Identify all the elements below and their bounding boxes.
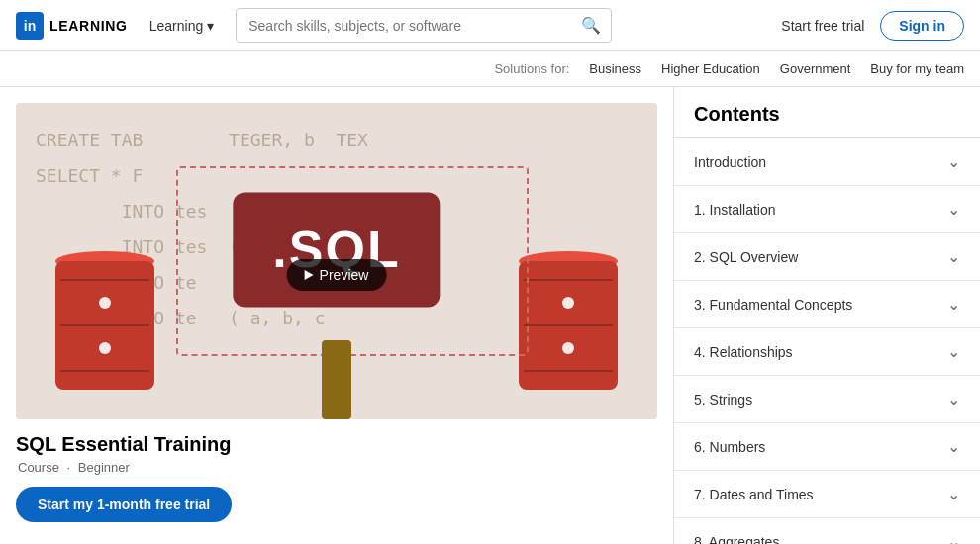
hand-illustration xyxy=(322,340,351,419)
preview-label: Preview xyxy=(320,267,369,283)
buy-for-team-link[interactable]: Buy for my team xyxy=(870,61,964,76)
contents-item-label: 7. Dates and Times xyxy=(694,487,814,502)
search-icon: 🔍 xyxy=(581,17,601,34)
sign-in-button[interactable]: Sign in xyxy=(880,11,964,41)
preview-button[interactable]: Preview xyxy=(287,259,387,291)
right-panel: Contents Introduction⌄1. Installation⌄2.… xyxy=(673,87,980,544)
contents-item-label: 3. Fundamental Concepts xyxy=(694,297,852,313)
chevron-icon: ⌄ xyxy=(947,437,960,456)
contents-item[interactable]: 2. SQL Overview⌄ xyxy=(674,233,980,281)
course-type: Course xyxy=(18,460,59,475)
barrel-left xyxy=(55,251,154,380)
contents-item-label: Introduction xyxy=(694,154,766,170)
course-image: CREATE TAB TEGER, b TEX SELECT * F INTO … xyxy=(16,103,657,419)
contents-item-label: 8. Aggregates xyxy=(694,534,779,545)
meta-separator: · xyxy=(67,460,74,475)
arm xyxy=(322,340,351,419)
start-free-trial-button[interactable]: Start free trial xyxy=(781,18,864,34)
sub-nav: Solutions for: Business Higher Education… xyxy=(0,51,980,87)
linkedin-logo: in xyxy=(16,12,44,40)
play-icon xyxy=(305,270,314,280)
contents-item-label: 5. Strings xyxy=(694,392,752,408)
course-meta: Course · Beginner xyxy=(16,460,657,475)
main-content: CREATE TAB TEGER, b TEX SELECT * F INTO … xyxy=(0,87,980,544)
course-title: SQL Essential Training xyxy=(16,433,657,456)
header: in LEARNING Learning ▾ 🔍 Start free tria… xyxy=(0,0,980,87)
left-panel: CREATE TAB TEGER, b TEX SELECT * F INTO … xyxy=(0,87,673,544)
header-right: Start free trial Sign in xyxy=(781,11,964,41)
nav-dropdown-label: Learning xyxy=(149,18,204,34)
contents-item-label: 2. SQL Overview xyxy=(694,249,798,265)
learning-label: LEARNING xyxy=(49,18,128,34)
course-level: Beginner xyxy=(78,460,130,475)
chevron-icon: ⌄ xyxy=(947,390,960,408)
chevron-icon: ⌄ xyxy=(947,200,960,219)
course-info: SQL Essential Training Course · Beginner… xyxy=(16,419,657,522)
contents-item-label: 4. Relationships xyxy=(694,344,793,360)
contents-item-label: 1. Installation xyxy=(694,202,776,218)
chevron-icon: ⌄ xyxy=(947,295,960,314)
contents-item[interactable]: 8. Aggregates⌄ xyxy=(674,518,980,544)
search-bar: 🔍 xyxy=(236,8,612,43)
cta-button[interactable]: Start my 1-month free trial xyxy=(16,487,232,522)
course-illustration: CREATE TAB TEGER, b TEX SELECT * F INTO … xyxy=(16,103,657,419)
contents-list: Introduction⌄1. Installation⌄2. SQL Over… xyxy=(674,137,980,544)
search-button[interactable]: 🔍 xyxy=(571,9,611,42)
contents-item[interactable]: 3. Fundamental Concepts⌄ xyxy=(674,281,980,328)
contents-item[interactable]: 1. Installation⌄ xyxy=(674,186,980,233)
barrel-right xyxy=(519,251,618,380)
contents-item[interactable]: 5. Strings⌄ xyxy=(674,376,980,423)
contents-item[interactable]: 7. Dates and Times⌄ xyxy=(674,471,980,518)
contents-item[interactable]: 4. Relationships⌄ xyxy=(674,328,980,376)
chevron-icon: ⌄ xyxy=(947,247,960,266)
chevron-down-icon: ▾ xyxy=(207,18,214,34)
learning-nav-dropdown[interactable]: Learning ▾ xyxy=(140,12,225,40)
solutions-label: Solutions for: xyxy=(494,61,569,76)
chevron-icon: ⌄ xyxy=(947,532,960,544)
higher-education-link[interactable]: Higher Education xyxy=(661,61,760,76)
business-link[interactable]: Business xyxy=(589,61,641,76)
chevron-icon: ⌄ xyxy=(947,485,960,503)
contents-item[interactable]: 6. Numbers⌄ xyxy=(674,423,980,471)
logo-area: in LEARNING xyxy=(16,12,128,40)
contents-item-label: 6. Numbers xyxy=(694,439,765,455)
chevron-icon: ⌄ xyxy=(947,152,960,171)
government-link[interactable]: Government xyxy=(780,61,851,76)
search-input[interactable] xyxy=(237,11,571,41)
chevron-icon: ⌄ xyxy=(947,342,960,361)
contents-header: Contents xyxy=(674,87,980,137)
contents-item[interactable]: Introduction⌄ xyxy=(674,138,980,186)
